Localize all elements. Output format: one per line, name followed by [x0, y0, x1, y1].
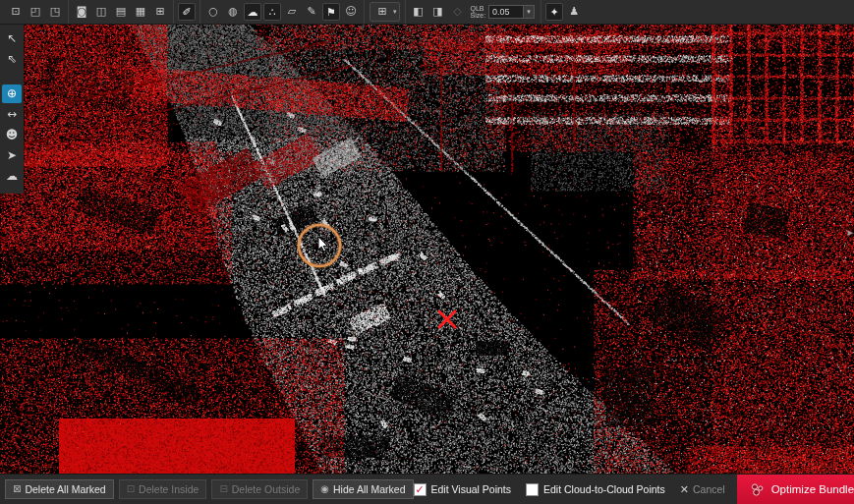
cube-wire-icon[interactable]: ◇: [449, 3, 467, 21]
delete-inside-button[interactable]: ⊡ Delete Inside: [119, 479, 207, 499]
qlb-size-label: QLBSize:: [471, 5, 486, 20]
delete-all-marked-icon: ⊠: [13, 484, 21, 494]
delete-inside-icon: ⊡: [127, 484, 135, 494]
optimize-bundle-button[interactable]: Optimize Bundle: [737, 475, 854, 504]
viewport-3d[interactable]: ▸: [0, 24, 854, 475]
select-arrow-icon[interactable]: ↖: [2, 29, 22, 48]
panorama-view-icon[interactable]: ☻: [2, 126, 22, 144]
bottom-bar: ⊠ Delete All Marked ⊡ Delete Inside ⊟ De…: [0, 475, 854, 504]
plane-tool-icon[interactable]: ▱: [283, 3, 301, 21]
checkbox-checked-icon: ✓: [414, 483, 427, 496]
left-toolbar: ↖⇖⊕↔☻➤☁: [0, 24, 24, 194]
thumbnail-grid-icon[interactable]: ▦: [132, 3, 149, 21]
lamp-tool-icon[interactable]: ✦: [545, 3, 563, 21]
edit-visual-points-label: Edit Visual Points: [431, 483, 512, 495]
close-icon: ✕: [680, 483, 689, 496]
top-toolbar: ⊡◰◳◙◫▤▦⊞✐○◍☁∴▱✎⚑☺⊞▾◧◨◇QLBSize:0.05▾✦♟: [0, 0, 854, 24]
qlb-size-spinner[interactable]: ▾: [524, 5, 535, 19]
qlb-size-control: QLBSize:0.05▾: [471, 5, 536, 20]
edit-cloud-to-cloud-label: Edit Cloud-to-Cloud Points: [543, 483, 665, 495]
application-window: ⊡◰◳◙◫▤▦⊞✐○◍☁∴▱✎⚑☺⊞▾◧◨◇QLBSize:0.05▾✦♟ ↖⇖…: [0, 0, 854, 504]
point-cloud-canvas[interactable]: [0, 24, 854, 475]
sphere-select-icon[interactable]: ◍: [224, 3, 242, 21]
cube-view-icon[interactable]: ◧: [410, 3, 427, 21]
panel-expand-arrow[interactable]: ▸: [847, 226, 853, 239]
draw-polyline-icon[interactable]: ✎: [303, 3, 320, 21]
select-marked-arrow-icon[interactable]: ⇖: [2, 50, 22, 69]
point-cluster-icon: [750, 482, 765, 497]
image-strip-icon[interactable]: ▤: [112, 3, 130, 21]
qlb-size-input[interactable]: 0.05: [488, 5, 524, 19]
cloud-tool-icon[interactable]: ☁: [2, 167, 22, 186]
user-view-icon[interactable]: ♟: [565, 3, 583, 21]
delete-outside-label: Delete Outside: [232, 483, 300, 495]
zoom-region-icon[interactable]: ◰: [27, 3, 44, 21]
ring-select-icon[interactable]: ○: [204, 3, 222, 21]
point-cloud-icon[interactable]: ∴: [263, 3, 281, 21]
delete-all-marked-label: Delete All Marked: [25, 483, 105, 495]
cancel-label: Cancel: [693, 483, 725, 495]
add-scan-position-icon[interactable]: ☺: [342, 3, 360, 21]
hide-all-marked-icon: ◉: [320, 484, 329, 494]
fly-mode-icon[interactable]: ➤: [2, 146, 22, 165]
camera-capture-icon[interactable]: ◙: [73, 3, 90, 21]
cube-faces-icon[interactable]: ◨: [429, 3, 447, 21]
view-layout-dropdown-icon: ⊞: [373, 3, 391, 21]
layout-grid-icon[interactable]: ⊞: [151, 3, 169, 21]
delete-outside-icon: ⊟: [219, 484, 227, 494]
delete-inside-label: Delete Inside: [139, 483, 199, 495]
placemark-icon[interactable]: ⚑: [322, 3, 340, 21]
zoom-extents-icon[interactable]: ◳: [46, 3, 64, 21]
edit-cloud-to-cloud-checkbox[interactable]: Edit Cloud-to-Cloud Points: [526, 483, 665, 496]
range-measure-icon[interactable]: ↔: [2, 105, 22, 124]
optimize-bundle-label: Optimize Bundle: [771, 483, 854, 495]
delete-outside-button[interactable]: ⊟ Delete Outside: [211, 479, 308, 499]
delete-all-marked-button[interactable]: ⊠ Delete All Marked: [5, 479, 114, 499]
hide-all-marked-label: Hide All Marked: [333, 483, 406, 495]
hide-all-marked-button[interactable]: ◉ Hide All Marked: [313, 479, 413, 499]
chevron-down-icon: ▾: [393, 8, 397, 16]
cancel-button[interactable]: ✕ Cancel: [680, 483, 725, 496]
split-columns-icon[interactable]: ◫: [92, 3, 110, 21]
cloud-align-icon[interactable]: ☁: [244, 3, 261, 21]
fit-screen-icon[interactable]: ⊡: [7, 3, 25, 21]
view-layout-dropdown[interactable]: ⊞▾: [370, 2, 400, 22]
marker-pen-icon[interactable]: ✐: [178, 3, 196, 21]
edit-visual-points-checkbox[interactable]: ✓ Edit Visual Points: [414, 483, 512, 496]
checkbox-unchecked-icon: [526, 483, 539, 496]
brush-select-icon[interactable]: ⊕: [2, 84, 22, 103]
bottom-bar-right-group: ✓ Edit Visual Points Edit Cloud-to-Cloud…: [414, 475, 854, 504]
